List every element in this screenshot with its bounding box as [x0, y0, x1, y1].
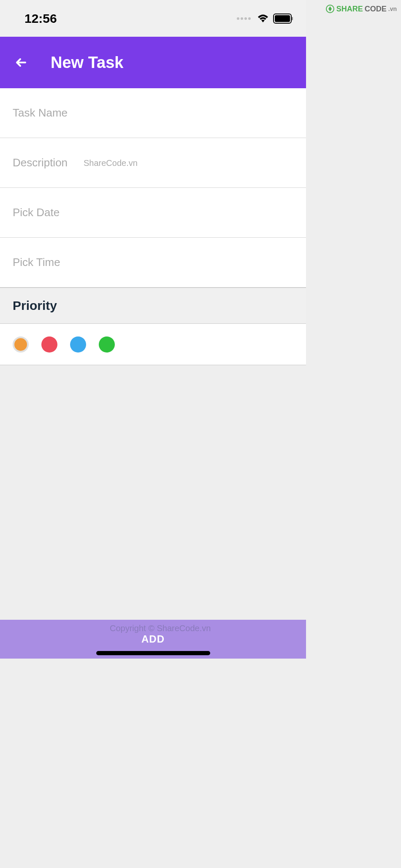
svg-rect-2	[292, 17, 293, 20]
home-indicator[interactable]	[96, 651, 210, 655]
pick-time-input[interactable]	[13, 256, 293, 269]
page-title: New Task	[51, 54, 123, 72]
watermark-vn-text: .vn	[388, 5, 397, 12]
priority-option-orange[interactable]	[13, 336, 29, 353]
task-name-input[interactable]	[13, 106, 293, 119]
task-name-row	[0, 88, 306, 138]
signal-dots-icon	[237, 17, 251, 20]
wifi-icon	[257, 14, 269, 23]
empty-space	[0, 365, 306, 620]
pick-date-row[interactable]	[0, 188, 306, 238]
watermark-text: ShareCode.vn	[84, 158, 138, 168]
status-icons	[237, 14, 293, 24]
pick-date-input[interactable]	[13, 206, 293, 219]
watermark-logo: SHARECODE.vn	[325, 4, 397, 14]
description-input[interactable]	[13, 156, 293, 169]
watermark-code-text: CODE	[365, 5, 387, 14]
app-header: New Task	[0, 37, 306, 88]
watermark-logo-icon	[325, 4, 335, 14]
priority-label: Priority	[13, 298, 57, 313]
priority-option-green[interactable]	[99, 336, 115, 353]
status-bar: 12:56	[0, 0, 306, 37]
app-screen: 12:56 New Task	[0, 0, 306, 659]
priority-option-red[interactable]	[41, 336, 57, 353]
pick-time-row[interactable]	[0, 238, 306, 288]
priority-option-blue[interactable]	[70, 336, 86, 353]
back-arrow-icon[interactable]	[13, 54, 30, 71]
watermark-copyright: Copyright © ShareCode.vn	[110, 624, 211, 633]
svg-rect-1	[275, 15, 290, 22]
add-button-label: ADD	[141, 633, 165, 645]
description-row: ShareCode.vn	[0, 138, 306, 188]
battery-icon	[273, 14, 293, 24]
watermark-share-text: SHARE	[336, 5, 363, 14]
priority-options-row	[0, 324, 306, 365]
status-time: 12:56	[24, 11, 57, 26]
priority-section-header: Priority	[0, 288, 306, 324]
